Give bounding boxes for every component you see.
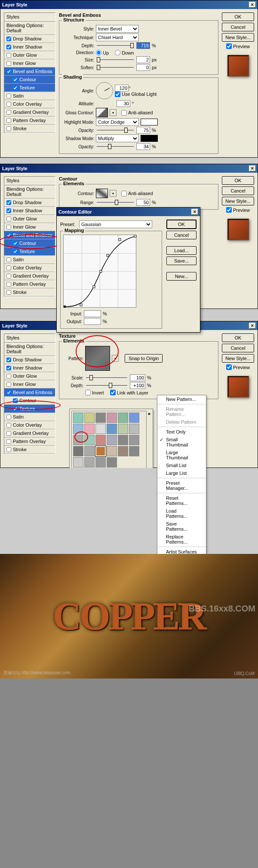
invert-checkbox[interactable]: Invert: [85, 390, 104, 395]
style-item[interactable]: Blending Options: Default: [4, 342, 55, 356]
pattern-cell[interactable]: [84, 435, 95, 445]
pattern-cell[interactable]: [118, 446, 128, 456]
style-item[interactable]: Drop Shadow: [4, 356, 55, 364]
highlight-color[interactable]: [141, 119, 158, 125]
size-slider[interactable]: [96, 57, 135, 63]
depth-input[interactable]: [136, 42, 150, 49]
menu-item[interactable]: Large Thumbnail: [157, 449, 206, 462]
preset-select[interactable]: Gaussian: [79, 220, 152, 228]
ok-button[interactable]: OK: [222, 333, 254, 342]
chevron-down-icon[interactable]: ▾: [112, 355, 119, 362]
style-item[interactable]: Drop Shadow: [4, 35, 55, 43]
style-item[interactable]: Inner Shadow: [4, 207, 55, 215]
pattern-cell[interactable]: [129, 424, 139, 434]
menu-item[interactable]: Text Only: [157, 428, 206, 436]
pattern-cell[interactable]: [118, 435, 128, 445]
pattern-cell[interactable]: [73, 424, 83, 434]
up-radio[interactable]: Up: [96, 50, 109, 55]
style-item[interactable]: Bevel and Emboss: [4, 388, 55, 397]
close-button[interactable]: ✕: [249, 323, 256, 329]
antialiased-checkbox[interactable]: Anti-aliased: [121, 191, 153, 196]
global-light-checkbox[interactable]: Use Global Light: [115, 92, 157, 97]
style-item[interactable]: Contour: [4, 239, 55, 248]
style-item[interactable]: Texture: [4, 405, 55, 413]
chevron-down-icon[interactable]: ▾: [110, 190, 117, 197]
cancel-button[interactable]: Cancel: [222, 186, 254, 195]
ok-button[interactable]: OK: [222, 12, 254, 21]
pattern-cell[interactable]: [84, 457, 95, 468]
pattern-cell[interactable]: [129, 446, 139, 456]
close-button[interactable]: ✕: [191, 209, 198, 215]
style-item[interactable]: Bevel and Emboss: [4, 231, 55, 239]
angle-input[interactable]: [115, 85, 129, 92]
style-item[interactable]: Pattern Overlay: [4, 116, 55, 125]
altitude-input[interactable]: [117, 100, 130, 107]
scale-slider[interactable]: [85, 375, 128, 381]
pattern-cell[interactable]: [84, 413, 95, 423]
pattern-cell[interactable]: [73, 413, 83, 423]
style-select[interactable]: Inner Bevel: [96, 25, 139, 33]
newstyle-button[interactable]: New Style...: [222, 197, 254, 205]
style-item[interactable]: Inner Shadow: [4, 364, 55, 372]
pattern-cell[interactable]: [95, 424, 106, 434]
style-item[interactable]: Outer Glow: [4, 372, 55, 380]
cancel-button[interactable]: Cancel: [222, 344, 254, 352]
pattern-cell[interactable]: [95, 413, 106, 423]
output-field[interactable]: [84, 318, 101, 325]
down-radio[interactable]: Down: [115, 50, 134, 55]
style-item[interactable]: Satin: [4, 413, 55, 421]
style-item[interactable]: Bevel and Emboss: [4, 67, 55, 76]
close-button[interactable]: ✕: [249, 2, 256, 8]
style-item[interactable]: Inner Glow: [4, 380, 55, 388]
close-button[interactable]: ✕: [249, 165, 256, 171]
pattern-cell[interactable]: [84, 424, 95, 434]
preview-checkbox[interactable]: Preview: [222, 43, 254, 49]
chevron-down-icon[interactable]: ▾: [110, 109, 117, 116]
scale-input[interactable]: [130, 374, 145, 381]
style-item[interactable]: Outer Glow: [4, 215, 55, 223]
newstyle-button[interactable]: New Style...: [222, 354, 254, 363]
menu-item[interactable]: Preset Manager...: [157, 479, 206, 492]
menu-item[interactable]: Small List: [157, 462, 206, 469]
soften-slider[interactable]: [96, 64, 135, 70]
pattern-cell[interactable]: [129, 435, 139, 445]
ok-button[interactable]: OK: [222, 176, 254, 185]
menu-item[interactable]: Reset Patterns...: [157, 494, 206, 507]
chevron-right-icon[interactable]: ▸: [148, 411, 151, 469]
cancel-button[interactable]: Cancel: [166, 231, 197, 239]
style-item[interactable]: Inner Glow: [4, 223, 55, 231]
newstyle-button[interactable]: New Style...: [222, 33, 254, 42]
style-item[interactable]: Gradient Overlay: [4, 108, 55, 116]
style-item[interactable]: Satin: [4, 92, 55, 100]
gloss-contour-picker[interactable]: [96, 108, 108, 117]
menu-item[interactable]: Save Patterns...: [157, 520, 206, 533]
style-item[interactable]: Gradient Overlay: [4, 272, 55, 280]
style-item[interactable]: Contour: [4, 76, 55, 84]
sh-opacity-input[interactable]: [136, 143, 150, 150]
style-item[interactable]: Color Overlay: [4, 421, 55, 429]
pattern-cell[interactable]: [84, 446, 95, 456]
pattern-cell[interactable]: [95, 435, 106, 445]
sh-opacity-slider[interactable]: [96, 144, 135, 150]
pattern-cell[interactable]: [95, 446, 106, 456]
style-item[interactable]: Stroke: [4, 446, 55, 454]
preview-checkbox[interactable]: Preview: [222, 364, 254, 370]
style-item[interactable]: Outer Glow: [4, 51, 55, 59]
style-item[interactable]: Gradient Overlay: [4, 429, 55, 437]
style-item[interactable]: Pattern Overlay: [4, 437, 55, 446]
menu-item[interactable]: New Pattern...: [157, 395, 206, 403]
depth-input[interactable]: [130, 382, 145, 389]
contour-picker[interactable]: [96, 189, 108, 198]
size-input[interactable]: [136, 56, 150, 63]
pattern-swatch[interactable]: [85, 346, 110, 371]
style-item[interactable]: Texture: [4, 248, 55, 256]
style-item[interactable]: Stroke: [4, 125, 55, 133]
menu-item[interactable]: Load Patterns...: [157, 507, 206, 520]
technique-select[interactable]: Chisel Hard: [96, 34, 139, 41]
soften-input[interactable]: [136, 64, 150, 71]
menu-item[interactable]: ✓Small Thumbnail: [157, 436, 206, 449]
pattern-cell[interactable]: [107, 413, 117, 423]
new-button[interactable]: New...: [166, 272, 197, 281]
style-item[interactable]: Inner Glow: [4, 59, 55, 67]
cancel-button[interactable]: Cancel: [222, 23, 254, 31]
